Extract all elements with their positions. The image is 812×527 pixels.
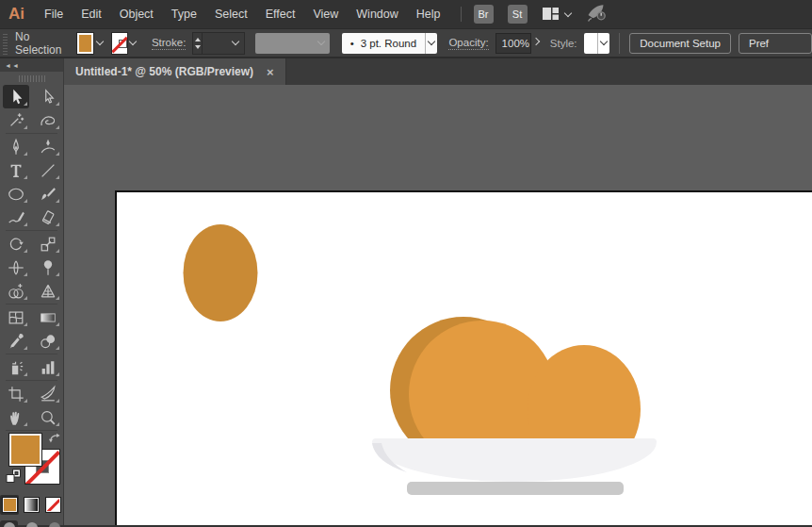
curvature-tool[interactable] bbox=[35, 135, 61, 158]
menu-edit[interactable]: Edit bbox=[81, 8, 102, 21]
menu-object[interactable]: Object bbox=[120, 8, 154, 21]
collapse-panel-button[interactable]: ◄◄ bbox=[5, 62, 20, 69]
fill-color-swatch[interactable] bbox=[77, 33, 93, 54]
rotate-tool[interactable] bbox=[3, 232, 29, 255]
menu-view[interactable]: View bbox=[313, 8, 338, 21]
menu-help[interactable]: Help bbox=[416, 8, 441, 21]
menu-window[interactable]: Window bbox=[356, 8, 398, 21]
menubar-separator bbox=[461, 7, 462, 22]
shaper-tool[interactable] bbox=[3, 206, 29, 229]
line-segment-tool[interactable] bbox=[35, 158, 61, 182]
perspective-grid-icon bbox=[39, 282, 57, 301]
type-icon bbox=[7, 161, 25, 180]
stroke-weight-dropdown[interactable] bbox=[203, 32, 245, 55]
direct-selection-tool[interactable] bbox=[35, 85, 61, 108]
fill-swatch[interactable] bbox=[9, 434, 41, 466]
menu-type[interactable]: Type bbox=[171, 8, 197, 21]
drawing-modes-row bbox=[0, 517, 63, 527]
gradient-mode-button[interactable] bbox=[22, 495, 41, 515]
document-tab[interactable]: Untitled-1* @ 50% (RGB/Preview) × bbox=[64, 58, 286, 85]
step-down-icon bbox=[195, 45, 201, 49]
puppet-warp-tool[interactable] bbox=[35, 255, 61, 279]
swap-fill-stroke-icon[interactable] bbox=[47, 431, 60, 448]
scale-tool[interactable] bbox=[35, 232, 61, 255]
workspace-switcher[interactable] bbox=[542, 5, 571, 25]
draw-inside-icon bbox=[49, 522, 60, 527]
shape-builder-tool[interactable] bbox=[3, 279, 29, 303]
lasso-tool[interactable] bbox=[35, 108, 61, 132]
chevron-down-icon bbox=[428, 38, 435, 45]
rotate-icon bbox=[7, 235, 25, 254]
stroke-weight-stepper[interactable] bbox=[192, 32, 203, 55]
gpu-performance-icon[interactable] bbox=[586, 3, 609, 25]
pen-tool[interactable] bbox=[3, 135, 29, 158]
slice-tool[interactable] bbox=[35, 382, 61, 405]
symbol-sprayer-tool[interactable] bbox=[3, 355, 29, 379]
panel-grip[interactable] bbox=[3, 32, 8, 55]
egg-ellipse[interactable] bbox=[184, 224, 258, 321]
draw-behind-button[interactable] bbox=[23, 520, 41, 527]
column-graph-tool[interactable] bbox=[35, 355, 61, 379]
artboard-tool[interactable] bbox=[3, 382, 29, 405]
draw-normal-button[interactable] bbox=[0, 520, 18, 527]
default-fill-stroke-icon[interactable] bbox=[6, 469, 22, 487]
stroke-weight-label[interactable]: Stroke: bbox=[152, 37, 186, 50]
draw-inside-button[interactable] bbox=[45, 520, 63, 527]
stroke-color-dropdown[interactable] bbox=[127, 33, 138, 54]
artwork-canvas bbox=[117, 192, 812, 525]
style-dropdown[interactable] bbox=[597, 33, 609, 54]
perspective-grid-tool[interactable] bbox=[35, 279, 61, 303]
color-mode-button[interactable] bbox=[0, 495, 19, 515]
fill-color-dropdown[interactable] bbox=[93, 33, 105, 54]
hand-tool[interactable] bbox=[3, 405, 29, 429]
plate[interactable] bbox=[372, 438, 657, 482]
opacity-label[interactable]: Opacity: bbox=[448, 37, 488, 50]
artboard-icon bbox=[7, 385, 25, 403]
selection-icon bbox=[7, 88, 25, 107]
chevron-down-icon bbox=[563, 8, 571, 16]
width-icon bbox=[7, 258, 25, 277]
type-tool[interactable] bbox=[3, 158, 29, 182]
eyedropper-tool[interactable] bbox=[3, 329, 29, 353]
stock-button[interactable]: St bbox=[508, 5, 528, 24]
none-mode-button[interactable] bbox=[44, 495, 63, 515]
paintbrush-tool[interactable] bbox=[35, 182, 61, 206]
menu-bar: Ai File Edit Object Type Select Effect V… bbox=[0, 0, 812, 28]
menu-file[interactable]: File bbox=[44, 8, 63, 21]
chevron-down-icon bbox=[600, 38, 608, 45]
ellipse-tool[interactable] bbox=[3, 182, 29, 206]
brush-definition-dropdown[interactable] bbox=[425, 33, 437, 54]
eraser-tool[interactable] bbox=[35, 206, 61, 229]
menu-select[interactable]: Select bbox=[215, 8, 248, 21]
preferences-button[interactable]: Pref bbox=[739, 33, 812, 54]
gradient-tool[interactable] bbox=[35, 305, 61, 329]
zoom-tool[interactable] bbox=[35, 405, 61, 429]
magic-wand-tool[interactable] bbox=[3, 108, 29, 132]
workspace: ◄◄ bbox=[0, 58, 812, 525]
width-tool[interactable] bbox=[3, 255, 29, 279]
tools-panel-grip[interactable] bbox=[0, 72, 63, 85]
mesh-tool[interactable] bbox=[3, 305, 29, 329]
selection-status: No Selection bbox=[15, 30, 68, 57]
brush-value: 3 pt. Round bbox=[361, 38, 416, 49]
selection-tool[interactable] bbox=[3, 85, 29, 108]
symbol-sprayer-icon bbox=[7, 358, 25, 377]
brush-bullet: • bbox=[350, 38, 354, 49]
close-tab-icon[interactable]: × bbox=[267, 66, 274, 78]
bridge-button[interactable]: Br bbox=[474, 5, 494, 24]
control-bar: No Selection Stroke: •3 pt. Round Opacit… bbox=[0, 28, 812, 58]
opacity-expand-button[interactable] bbox=[531, 33, 542, 54]
artboard[interactable] bbox=[115, 190, 812, 525]
brush-definition-field[interactable]: •3 pt. Round bbox=[342, 33, 426, 54]
ellipse-icon bbox=[7, 185, 25, 204]
blend-tool[interactable] bbox=[35, 329, 61, 353]
tools-panel-header: ◄◄ bbox=[0, 58, 63, 72]
draw-normal-icon bbox=[4, 522, 15, 527]
stroke-color-swatch[interactable] bbox=[112, 33, 127, 54]
document-setup-button[interactable]: Document Setup bbox=[629, 33, 731, 54]
plate-base[interactable] bbox=[407, 482, 624, 495]
menu-effect[interactable]: Effect bbox=[266, 8, 296, 21]
style-swatch[interactable] bbox=[584, 33, 597, 54]
chevron-down-icon bbox=[232, 38, 239, 45]
opacity-field[interactable]: 100% bbox=[495, 33, 531, 54]
